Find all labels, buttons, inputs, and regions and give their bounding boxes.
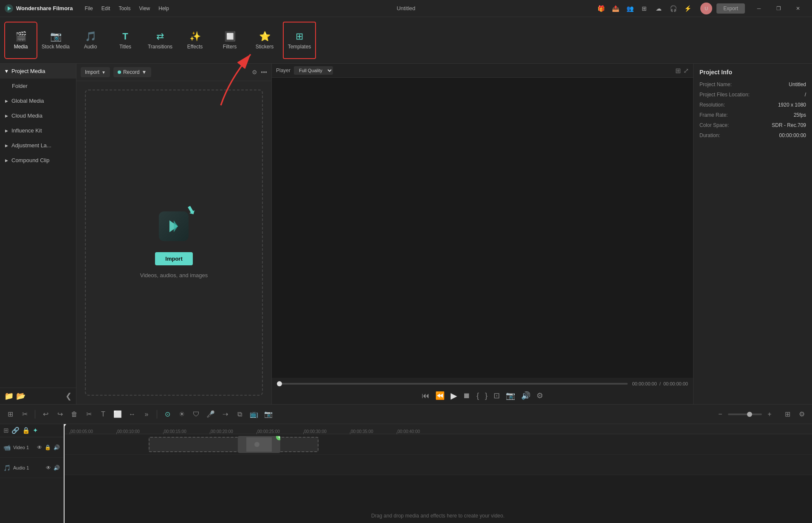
export-button[interactable]: Export [716,3,745,14]
lock-track-icon[interactable]: 🔒 [22,427,30,434]
grid-icon[interactable]: ⊞ [781,408,793,420]
audio-icon[interactable]: 🔊 [521,391,530,400]
sidebar-collapse-icon[interactable]: ❮ [65,391,72,401]
tab-templates[interactable]: ⊞ Templates [283,22,316,59]
app-name: Wondershare Filmora [16,5,73,11]
timeline-snap-icon[interactable]: ⊞ [4,408,16,420]
cloud-icon[interactable]: ☁ [653,3,665,14]
menu-edit[interactable]: Edit [98,4,114,13]
sidebar-item-adjustment-layer[interactable]: ▶ Adjustment La... [0,138,76,153]
svg-point-6 [254,442,259,447]
ripple-icon[interactable]: ↔ [126,408,138,420]
apps-icon[interactable]: ⚡ [682,3,694,14]
motion-icon[interactable]: ⊙ [161,408,173,420]
maximize-button[interactable]: ❐ [769,0,788,17]
layout-icon[interactable]: ⊞ [638,3,650,14]
tab-titles[interactable]: T Titles [109,22,142,59]
menu-tools[interactable]: Tools [115,4,134,13]
sidebar-project-media-label: Project Media [11,68,45,74]
video-track-audio-icon[interactable]: 🔊 [54,444,60,450]
zoom-slider[interactable] [728,413,762,415]
sidebar-item-influence-kit[interactable]: ▶ Influence Kit [0,123,76,138]
mask-icon[interactable]: 🛡 [190,408,202,420]
mark-out-icon[interactable]: } [485,391,488,400]
redo-icon[interactable]: ↪ [54,408,66,420]
tab-audio[interactable]: 🎵 Audio [74,22,107,59]
camera-icon[interactable]: 📷 [262,408,274,420]
undo-icon[interactable]: ↩ [39,408,51,420]
gift-icon[interactable]: 🎁 [595,3,607,14]
info-row-framerate: Frame Rate: 25fps [699,112,806,118]
rewind-icon[interactable]: ⏮ [422,391,429,400]
minimize-button[interactable]: ─ [749,0,769,17]
record-button[interactable]: Record ▼ [113,67,151,77]
more-controls-icon[interactable]: ⚙ [536,391,543,400]
timeline-select-icon[interactable]: ✂ [19,408,31,420]
info-row-colorspace: Color Space: SDR - Rec.709 [699,122,806,128]
pip-icon[interactable]: ⧉ [234,408,245,420]
step-back-icon[interactable]: ⏪ [435,391,445,400]
media-drop-zone[interactable]: ⬇ Import Videos, audios, and images [85,90,263,396]
more-tools-icon[interactable]: » [141,408,152,420]
clip-icon[interactable]: ⊡ [493,391,500,400]
tab-stickers[interactable]: ⭐ Stickers [248,22,281,59]
transition-icon-tl[interactable]: ⇢ [219,408,231,420]
cut-icon[interactable]: ✂ [83,408,95,420]
link-track-icon[interactable]: 🔗 [11,427,20,434]
zoom-in-icon[interactable]: + [764,408,775,420]
info-label-framerate: Frame Rate: [699,112,728,118]
tab-stock-media[interactable]: 📷 Stock Media [39,22,72,59]
filter-icon[interactable]: ⚙ [252,69,257,76]
menu-view[interactable]: View [135,4,153,13]
stop-icon[interactable]: ⏹ [463,391,471,400]
sidebar-item-global-media[interactable]: ▶ Global Media [0,93,76,108]
user-avatar[interactable]: U [700,3,712,14]
ai-track-icon[interactable]: ✦ [33,427,38,434]
settings-icon[interactable]: ⚙ [796,408,808,420]
share-icon[interactable]: 📤 [609,3,621,14]
screen-rec-icon[interactable]: 📺 [248,408,260,420]
mark-in-icon[interactable]: { [476,391,479,400]
track-label-video1: 📹 Video 1 👁 🔒 🔊 [0,437,63,458]
player-screen [272,78,693,378]
audio-track-audio-icon[interactable]: 🔊 [54,465,60,471]
add-clip-icon[interactable]: + [276,436,280,440]
player-quality-select[interactable]: Full Quality [294,66,333,75]
audio-track-eye-icon[interactable]: 👁 [46,465,51,471]
text-icon[interactable]: T [97,408,109,420]
sidebar-item-project-media[interactable]: ▶ Project Media [0,64,76,79]
video-track-eye-icon[interactable]: 👁 [37,444,42,450]
menu-file[interactable]: File [81,4,96,13]
ruler-mark-7: 00:00:35:00 [350,429,397,434]
fullscreen-icon[interactable]: ⤢ [683,67,689,75]
import-media-button[interactable]: Import [155,252,192,265]
more-options-icon[interactable]: ••• [261,69,267,76]
zoom-out-icon[interactable]: − [714,408,726,420]
tab-transitions[interactable]: ⇄ Transitions [144,22,177,59]
progress-bar[interactable] [277,383,628,385]
mic-icon[interactable]: 🎤 [205,408,217,420]
tab-filters[interactable]: 🔲 Filters [213,22,246,59]
menu-help[interactable]: Help [155,4,172,13]
play-button[interactable]: ▶ [451,391,457,401]
sidebar-item-cloud-media[interactable]: ▶ Cloud Media [0,108,76,123]
speed-icon[interactable]: ☀ [176,408,188,420]
import-icon-bg [159,211,189,241]
clip-icon-tl[interactable]: ⬜ [112,408,124,420]
tab-effects[interactable]: ✨ Effects [178,22,211,59]
import-button-toolbar[interactable]: Import ▼ [81,67,110,77]
add-folder-icon[interactable]: 📁 [4,391,14,401]
add-track-icon[interactable]: ⊞ [3,427,9,434]
close-button[interactable]: ✕ [788,0,808,17]
video-track-lock-icon[interactable]: 🔒 [45,444,51,450]
snapshot-icon[interactable]: 📷 [506,391,515,400]
open-folder-icon[interactable]: 📂 [16,391,25,401]
tab-media[interactable]: 🎬 Media [4,22,37,59]
sidebar-item-folder[interactable]: Folder [0,79,76,93]
sidebar-item-compound-clip[interactable]: ▶ Compound Clip [0,153,76,168]
stickers-icon: ⭐ [259,31,271,42]
delete-icon[interactable]: 🗑 [68,408,80,420]
headphone-icon[interactable]: 🎧 [667,3,679,14]
grid-view-icon[interactable]: ⊞ [675,67,681,75]
community-icon[interactable]: 👥 [624,3,636,14]
